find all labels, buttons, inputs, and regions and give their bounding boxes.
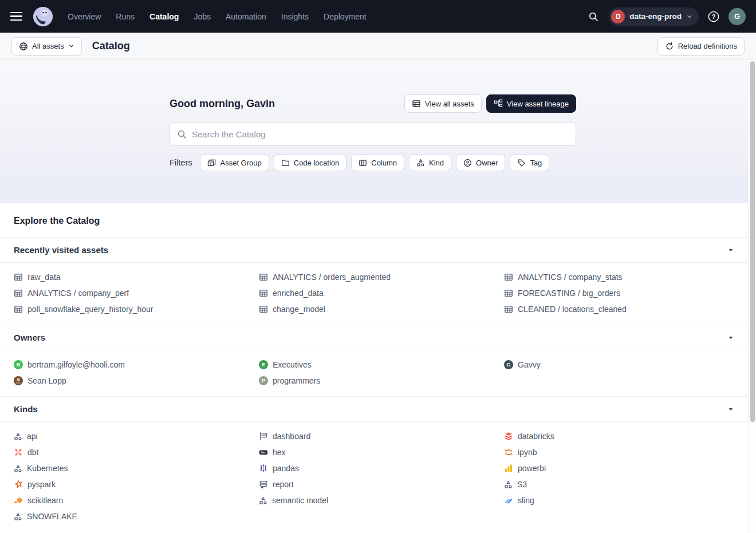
spark-icon [14, 480, 23, 489]
owner-link[interactable]: P programmers [259, 373, 504, 389]
filter-owner[interactable]: Owner [456, 154, 505, 171]
vertical-scrollbar[interactable] [748, 60, 756, 533]
owner-link[interactable]: E Executives [259, 357, 504, 373]
nav-item-jobs[interactable]: Jobs [194, 12, 211, 21]
nav-item-overview[interactable]: Overview [68, 12, 101, 21]
dagster-logo-icon[interactable] [32, 6, 54, 27]
chevron-down-icon [727, 334, 734, 341]
kind-link[interactable]: ipynb [504, 444, 734, 460]
lineage-graph-icon [494, 99, 503, 108]
kind-link[interactable]: report [259, 476, 504, 492]
owner-photo-avatar [14, 376, 23, 385]
asset-table-icon [14, 273, 23, 282]
kind-graph-icon [14, 464, 22, 473]
recently-visited-list: raw_data ANALYTICS / company_perf poll_s… [0, 263, 748, 325]
nav-item-insights[interactable]: Insights [281, 12, 309, 21]
asset-table-icon [259, 273, 268, 282]
kind-link[interactable]: sling [504, 492, 734, 508]
section-owners[interactable]: Owners [0, 325, 748, 350]
catalog-search [170, 122, 576, 146]
user-avatar[interactable]: G [729, 8, 746, 25]
report-icon [259, 480, 268, 489]
kind-link[interactable]: S3 [504, 476, 734, 492]
search-icon[interactable] [585, 8, 602, 25]
asset-link[interactable]: CLEANED / locations_cleaned [504, 301, 734, 317]
owner-avatar: G [504, 360, 513, 369]
kind-graph-icon [416, 159, 425, 167]
asset-table-icon [259, 305, 268, 314]
kind-link[interactable]: SNOWFLAKE [14, 508, 259, 524]
section-title: Recently visited assets [14, 245, 108, 255]
kind-link[interactable]: semantic model [259, 492, 504, 508]
page-title: Catalog [92, 40, 130, 52]
kind-link[interactable]: api [14, 428, 259, 444]
owner-link[interactable]: B bertram.gilfoyle@hooli.com [14, 357, 259, 373]
section-title: Kinds [14, 404, 38, 414]
owner-link[interactable]: Sean Lopp [14, 373, 259, 389]
filter-kind[interactable]: Kind [409, 154, 451, 171]
kind-link[interactable]: scikitlearn [14, 492, 259, 508]
column-icon [359, 159, 367, 167]
dashboard-icon [259, 432, 268, 441]
hamburger-menu-icon[interactable] [10, 10, 24, 23]
help-icon[interactable]: ? [706, 9, 722, 25]
asset-link[interactable]: enriched_data [259, 285, 504, 301]
filter-code-location[interactable]: Code location [274, 154, 347, 171]
asset-link[interactable]: raw_data [14, 269, 259, 285]
nav-item-runs[interactable]: Runs [116, 12, 135, 21]
kind-graph-icon [504, 480, 513, 489]
page-header: All assets Catalog Reload definitions [0, 33, 756, 60]
top-nav: Overview Runs Catalog Jobs Automation In… [0, 0, 756, 33]
asset-link[interactable]: ANALYTICS / company_perf [14, 285, 259, 301]
kind-link[interactable]: powerbi [504, 460, 734, 476]
tag-icon [517, 159, 526, 167]
deployment-switcher[interactable]: D data-eng-prod [609, 7, 699, 26]
kind-graph-icon [259, 496, 267, 505]
kind-link[interactable]: dashboard [259, 428, 504, 444]
asset-link[interactable]: change_model [259, 301, 504, 317]
search-input[interactable] [192, 129, 569, 139]
asset-link[interactable]: ANALYTICS / orders_augmented [259, 269, 504, 285]
table-icon [412, 99, 421, 108]
filter-tag[interactable]: Tag [510, 154, 549, 171]
section-title: Owners [14, 333, 45, 342]
owner-avatar: P [259, 376, 268, 385]
asset-link[interactable]: FORECASTING / big_orders [504, 285, 734, 301]
asset-scope-selector[interactable]: All assets [11, 37, 82, 56]
reload-definitions-button[interactable]: Reload definitions [657, 37, 745, 56]
kind-link[interactable]: hex hex [259, 444, 504, 460]
section-kinds[interactable]: Kinds [0, 396, 748, 422]
filter-asset-group[interactable]: Asset Group [200, 154, 269, 171]
asset-table-icon [14, 305, 23, 314]
deployment-badge: D [611, 10, 625, 23]
kind-link[interactable]: dbt [14, 444, 259, 460]
owner-link[interactable]: G Gavvy [504, 357, 734, 373]
kind-link[interactable]: pyspark [14, 476, 259, 492]
dbt-icon [14, 448, 23, 457]
asset-link[interactable]: poll_snowflake_query_history_hour [14, 301, 259, 317]
asset-link[interactable]: ANALYTICS / company_stats [504, 269, 734, 285]
section-recently-visited[interactable]: Recently visited assets [0, 237, 748, 263]
powerbi-icon [504, 464, 513, 473]
primary-nav: Overview Runs Catalog Jobs Automation In… [68, 12, 367, 21]
asset-table-icon [504, 273, 513, 282]
chevron-down-icon [727, 406, 734, 413]
pandas-icon [259, 464, 268, 473]
scrollbar-thumb[interactable] [750, 61, 755, 422]
kind-link[interactable]: databricks [504, 428, 734, 444]
view-all-assets-button[interactable]: View all assets [404, 94, 482, 113]
kind-graph-icon [14, 432, 22, 441]
nav-item-catalog[interactable]: Catalog [149, 12, 179, 21]
scikitlearn-icon [14, 496, 23, 505]
nav-item-automation[interactable]: Automation [226, 12, 266, 21]
kind-link[interactable]: Kubernetes [14, 460, 259, 476]
asset-group-icon [207, 159, 216, 167]
kind-link[interactable]: pandas [259, 460, 504, 476]
view-asset-lineage-button[interactable]: View asset lineage [486, 94, 576, 113]
deployment-name: data-eng-prod [629, 12, 682, 21]
owners-list: B bertram.gilfoyle@hooli.com Sean Lopp E… [0, 350, 748, 396]
filter-column[interactable]: Column [351, 154, 404, 171]
nav-item-deployment[interactable]: Deployment [324, 12, 367, 21]
owner-avatar: B [14, 360, 23, 369]
greeting-text: Good morning, Gavin [170, 98, 275, 110]
